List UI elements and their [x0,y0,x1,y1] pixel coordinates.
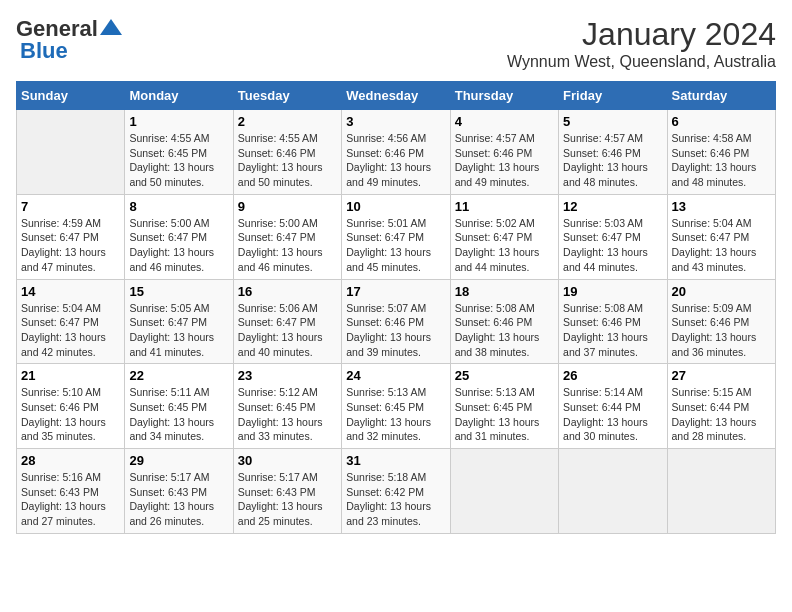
day-number: 23 [238,368,337,383]
day-number: 29 [129,453,228,468]
day-number: 2 [238,114,337,129]
day-header-friday: Friday [559,82,667,110]
day-number: 10 [346,199,445,214]
day-number: 24 [346,368,445,383]
day-number: 8 [129,199,228,214]
calendar-cell: 5Sunrise: 4:57 AMSunset: 6:46 PMDaylight… [559,110,667,195]
cell-info: Sunrise: 5:07 AMSunset: 6:46 PMDaylight:… [346,301,445,360]
calendar-cell: 2Sunrise: 4:55 AMSunset: 6:46 PMDaylight… [233,110,341,195]
calendar-cell: 19Sunrise: 5:08 AMSunset: 6:46 PMDayligh… [559,279,667,364]
calendar-cell [667,449,775,534]
calendar-cell: 8Sunrise: 5:00 AMSunset: 6:47 PMDaylight… [125,194,233,279]
cell-info: Sunrise: 5:01 AMSunset: 6:47 PMDaylight:… [346,216,445,275]
calendar-cell [450,449,558,534]
day-number: 13 [672,199,771,214]
cell-info: Sunrise: 4:57 AMSunset: 6:46 PMDaylight:… [455,131,554,190]
day-header-tuesday: Tuesday [233,82,341,110]
day-number: 6 [672,114,771,129]
cell-info: Sunrise: 5:04 AMSunset: 6:47 PMDaylight:… [21,301,120,360]
calendar-cell: 21Sunrise: 5:10 AMSunset: 6:46 PMDayligh… [17,364,125,449]
logo-icon [100,19,122,35]
calendar-cell: 29Sunrise: 5:17 AMSunset: 6:43 PMDayligh… [125,449,233,534]
day-number: 18 [455,284,554,299]
day-number: 25 [455,368,554,383]
calendar-cell: 31Sunrise: 5:18 AMSunset: 6:42 PMDayligh… [342,449,450,534]
calendar-cell: 30Sunrise: 5:17 AMSunset: 6:43 PMDayligh… [233,449,341,534]
cell-info: Sunrise: 4:55 AMSunset: 6:46 PMDaylight:… [238,131,337,190]
calendar-cell: 16Sunrise: 5:06 AMSunset: 6:47 PMDayligh… [233,279,341,364]
day-number: 22 [129,368,228,383]
cell-info: Sunrise: 4:59 AMSunset: 6:47 PMDaylight:… [21,216,120,275]
cell-info: Sunrise: 5:18 AMSunset: 6:42 PMDaylight:… [346,470,445,529]
cell-info: Sunrise: 5:15 AMSunset: 6:44 PMDaylight:… [672,385,771,444]
day-number: 21 [21,368,120,383]
calendar-cell: 7Sunrise: 4:59 AMSunset: 6:47 PMDaylight… [17,194,125,279]
cell-info: Sunrise: 4:56 AMSunset: 6:46 PMDaylight:… [346,131,445,190]
day-number: 7 [21,199,120,214]
day-number: 3 [346,114,445,129]
calendar-cell: 11Sunrise: 5:02 AMSunset: 6:47 PMDayligh… [450,194,558,279]
cell-info: Sunrise: 5:17 AMSunset: 6:43 PMDaylight:… [129,470,228,529]
calendar-cell: 25Sunrise: 5:13 AMSunset: 6:45 PMDayligh… [450,364,558,449]
day-number: 17 [346,284,445,299]
cell-info: Sunrise: 5:08 AMSunset: 6:46 PMDaylight:… [455,301,554,360]
day-number: 14 [21,284,120,299]
month-title: January 2024 [507,16,776,53]
calendar-cell: 13Sunrise: 5:04 AMSunset: 6:47 PMDayligh… [667,194,775,279]
day-number: 27 [672,368,771,383]
day-number: 11 [455,199,554,214]
calendar-cell: 4Sunrise: 4:57 AMSunset: 6:46 PMDaylight… [450,110,558,195]
cell-info: Sunrise: 5:00 AMSunset: 6:47 PMDaylight:… [129,216,228,275]
day-header-saturday: Saturday [667,82,775,110]
calendar-cell: 6Sunrise: 4:58 AMSunset: 6:46 PMDaylight… [667,110,775,195]
day-header-wednesday: Wednesday [342,82,450,110]
calendar-cell: 23Sunrise: 5:12 AMSunset: 6:45 PMDayligh… [233,364,341,449]
cell-info: Sunrise: 5:09 AMSunset: 6:46 PMDaylight:… [672,301,771,360]
day-number: 12 [563,199,662,214]
day-header-thursday: Thursday [450,82,558,110]
cell-info: Sunrise: 4:55 AMSunset: 6:45 PMDaylight:… [129,131,228,190]
day-number: 4 [455,114,554,129]
day-header-sunday: Sunday [17,82,125,110]
cell-info: Sunrise: 5:11 AMSunset: 6:45 PMDaylight:… [129,385,228,444]
day-number: 30 [238,453,337,468]
day-number: 28 [21,453,120,468]
page-header: General Blue January 2024 Wynnum West, Q… [16,16,776,71]
cell-info: Sunrise: 5:00 AMSunset: 6:47 PMDaylight:… [238,216,337,275]
day-header-monday: Monday [125,82,233,110]
week-row-3: 14Sunrise: 5:04 AMSunset: 6:47 PMDayligh… [17,279,776,364]
calendar-cell: 1Sunrise: 4:55 AMSunset: 6:45 PMDaylight… [125,110,233,195]
cell-info: Sunrise: 5:13 AMSunset: 6:45 PMDaylight:… [346,385,445,444]
calendar-table: SundayMondayTuesdayWednesdayThursdayFrid… [16,81,776,534]
calendar-cell: 3Sunrise: 4:56 AMSunset: 6:46 PMDaylight… [342,110,450,195]
cell-info: Sunrise: 5:16 AMSunset: 6:43 PMDaylight:… [21,470,120,529]
week-row-2: 7Sunrise: 4:59 AMSunset: 6:47 PMDaylight… [17,194,776,279]
cell-info: Sunrise: 5:03 AMSunset: 6:47 PMDaylight:… [563,216,662,275]
calendar-cell: 27Sunrise: 5:15 AMSunset: 6:44 PMDayligh… [667,364,775,449]
cell-info: Sunrise: 5:17 AMSunset: 6:43 PMDaylight:… [238,470,337,529]
day-number: 5 [563,114,662,129]
cell-info: Sunrise: 4:58 AMSunset: 6:46 PMDaylight:… [672,131,771,190]
cell-info: Sunrise: 5:06 AMSunset: 6:47 PMDaylight:… [238,301,337,360]
cell-info: Sunrise: 5:14 AMSunset: 6:44 PMDaylight:… [563,385,662,444]
calendar-cell: 10Sunrise: 5:01 AMSunset: 6:47 PMDayligh… [342,194,450,279]
calendar-cell: 12Sunrise: 5:03 AMSunset: 6:47 PMDayligh… [559,194,667,279]
day-number: 1 [129,114,228,129]
cell-info: Sunrise: 5:08 AMSunset: 6:46 PMDaylight:… [563,301,662,360]
calendar-cell: 28Sunrise: 5:16 AMSunset: 6:43 PMDayligh… [17,449,125,534]
calendar-cell: 15Sunrise: 5:05 AMSunset: 6:47 PMDayligh… [125,279,233,364]
calendar-cell: 17Sunrise: 5:07 AMSunset: 6:46 PMDayligh… [342,279,450,364]
calendar-cell [17,110,125,195]
cell-info: Sunrise: 5:13 AMSunset: 6:45 PMDaylight:… [455,385,554,444]
day-number: 15 [129,284,228,299]
cell-info: Sunrise: 4:57 AMSunset: 6:46 PMDaylight:… [563,131,662,190]
day-number: 16 [238,284,337,299]
svg-marker-0 [100,19,122,35]
calendar-cell: 24Sunrise: 5:13 AMSunset: 6:45 PMDayligh… [342,364,450,449]
week-row-1: 1Sunrise: 4:55 AMSunset: 6:45 PMDaylight… [17,110,776,195]
logo: General Blue [16,16,122,64]
cell-info: Sunrise: 5:12 AMSunset: 6:45 PMDaylight:… [238,385,337,444]
calendar-header-row: SundayMondayTuesdayWednesdayThursdayFrid… [17,82,776,110]
calendar-cell: 18Sunrise: 5:08 AMSunset: 6:46 PMDayligh… [450,279,558,364]
week-row-5: 28Sunrise: 5:16 AMSunset: 6:43 PMDayligh… [17,449,776,534]
